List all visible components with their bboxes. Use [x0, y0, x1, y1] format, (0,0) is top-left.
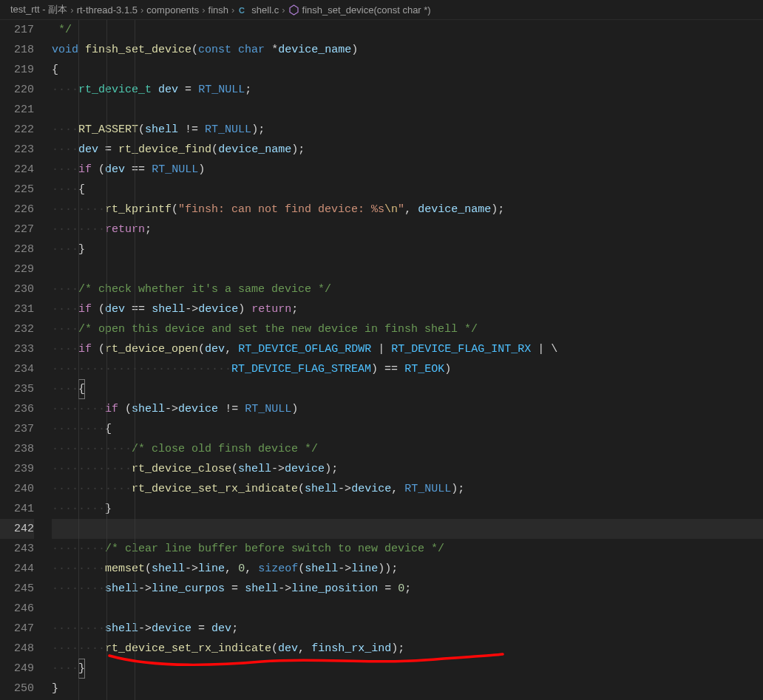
code-line-active[interactable] [52, 519, 763, 539]
code-line[interactable]: ····RT_ASSERT(shell != RT_NULL); [52, 120, 763, 140]
code-line[interactable]: ········rt_kprintf("finsh: can not find … [52, 200, 763, 220]
line-number: 221 [0, 100, 34, 120]
code-line[interactable]: ········if (shell->device != RT_NULL) [52, 399, 763, 419]
code-line[interactable]: ····{ [52, 180, 763, 200]
svg-text:C: C [239, 6, 245, 15]
line-number: 240 [0, 479, 34, 499]
code-line[interactable]: ····rt_device_t dev = RT_NULL; [52, 80, 763, 100]
line-number: 220 [0, 80, 34, 100]
line-number: 225 [0, 180, 34, 200]
code-line[interactable]: { [52, 60, 763, 80]
line-number: 243 [0, 539, 34, 559]
symbol-method-icon [288, 4, 299, 16]
line-number-gutter: 2172182192202212222232242252262272282292… [0, 20, 47, 700]
line-number: 232 [0, 319, 34, 339]
code-line[interactable]: ········shell->device = dev; [52, 619, 763, 639]
line-number: 227 [0, 220, 34, 239]
line-number: 250 [0, 679, 34, 699]
line-number: 223 [0, 140, 34, 160]
code-line[interactable] [52, 100, 763, 120]
code-line[interactable]: ········/* clear line buffer before swit… [52, 539, 763, 559]
code-line[interactable]: ········memset(shell->line, 0, sizeof(sh… [52, 559, 763, 579]
code-line[interactable]: ····} [52, 239, 763, 259]
code-line[interactable]: ············rt_device_close(shell->devic… [52, 459, 763, 479]
code-line[interactable]: } [52, 679, 763, 699]
code-line[interactable]: ········{ [52, 419, 763, 439]
breadcrumb-item[interactable]: components [146, 4, 199, 16]
line-number: 239 [0, 459, 34, 479]
breadcrumb: test_rtt - 副本 › rt-thread-3.1.5 › compon… [0, 0, 763, 20]
code-line[interactable]: ····if (dev == RT_NULL) [52, 160, 763, 180]
code-line[interactable] [52, 259, 763, 279]
line-number: 226 [0, 200, 34, 220]
bracket-match: } [78, 659, 85, 679]
code-line[interactable]: ····} [52, 659, 763, 679]
line-number: 230 [0, 279, 34, 299]
code-line[interactable] [52, 599, 763, 619]
line-number: 219 [0, 60, 34, 80]
line-number: 228 [0, 239, 34, 259]
line-number: 235 [0, 379, 34, 399]
code-line[interactable]: ········shell->line_curpos = shell->line… [52, 579, 763, 599]
code-line[interactable]: ···························RT_DEVICE_FLA… [52, 359, 763, 379]
code-line[interactable]: ····/* open this device and set the new … [52, 319, 763, 339]
line-number: 237 [0, 419, 34, 439]
code-line[interactable]: ····{ [52, 379, 763, 399]
breadcrumb-item[interactable]: finsh [208, 4, 228, 16]
code-line[interactable]: void finsh_set_device(const char *device… [52, 40, 763, 60]
code-line[interactable]: ········return; [52, 220, 763, 239]
breadcrumb-item[interactable]: shell.c [251, 4, 279, 16]
chevron-right-icon: › [202, 4, 205, 16]
line-number: 242 [0, 519, 34, 539]
line-number: 224 [0, 160, 34, 180]
code-line[interactable]: ············rt_device_set_rx_indicate(sh… [52, 479, 763, 499]
code-line[interactable]: ········rt_device_set_rx_indicate(dev, f… [52, 639, 763, 659]
bracket-match: { [78, 379, 85, 399]
line-number: 238 [0, 439, 34, 459]
line-number: 236 [0, 399, 34, 419]
code-area[interactable]: */ void finsh_set_device(const char *dev… [47, 20, 763, 700]
line-number: 247 [0, 619, 34, 639]
code-line[interactable]: ········} [52, 499, 763, 519]
code-line[interactable]: ····dev = rt_device_find(device_name); [52, 140, 763, 160]
line-number: 249 [0, 659, 34, 679]
c-file-icon: C [237, 4, 248, 16]
code-line[interactable]: ····if (rt_device_open(dev, RT_DEVICE_OF… [52, 339, 763, 359]
line-number: 231 [0, 299, 34, 319]
line-number: 246 [0, 599, 34, 619]
code-line[interactable]: ····if (dev == shell->device) return; [52, 299, 763, 319]
breadcrumb-item[interactable]: finsh_set_device(const char *) [302, 4, 431, 16]
line-number: 245 [0, 579, 34, 599]
line-number: 248 [0, 639, 34, 659]
breadcrumb-item[interactable]: rt-thread-3.1.5 [77, 4, 138, 16]
chevron-right-icon: › [140, 4, 143, 16]
line-number: 241 [0, 499, 34, 519]
chevron-right-icon: › [231, 4, 234, 16]
line-number: 234 [0, 359, 34, 379]
code-line[interactable]: ····/* check whether it's a same device … [52, 279, 763, 299]
chevron-right-icon: › [70, 4, 73, 16]
code-line[interactable]: ············/* close old finsh device */ [52, 439, 763, 459]
line-number: 244 [0, 559, 34, 579]
line-number: 233 [0, 339, 34, 359]
code-line[interactable]: */ [52, 20, 763, 40]
breadcrumb-item[interactable]: test_rtt - 副本 [10, 3, 67, 16]
line-number: 229 [0, 259, 34, 279]
code-editor[interactable]: 2172182192202212222232242252262272282292… [0, 20, 763, 700]
line-number: 217 [0, 20, 34, 40]
chevron-right-icon: › [282, 4, 285, 16]
line-number: 222 [0, 120, 34, 140]
line-number: 218 [0, 40, 34, 60]
